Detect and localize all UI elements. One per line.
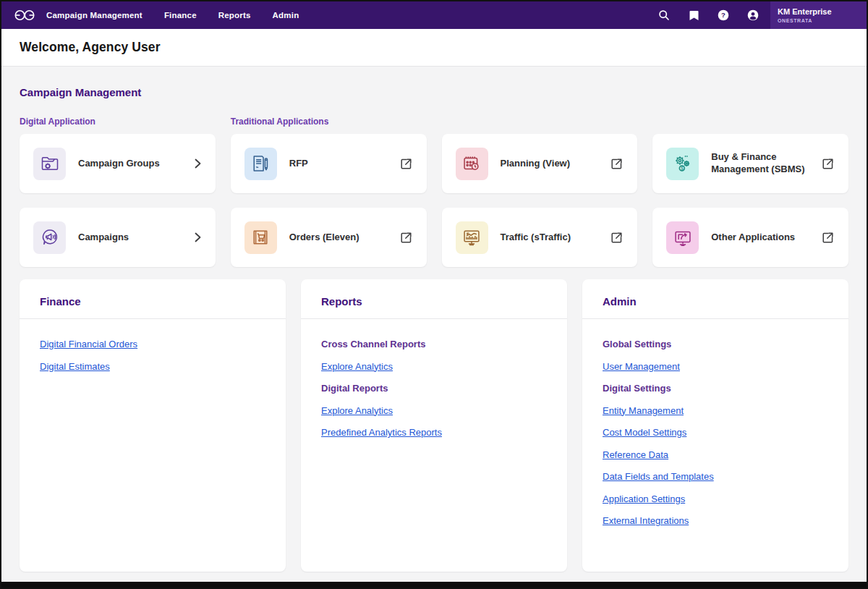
document-pen-icon [244,148,277,180]
link-text-user-management[interactable]: User Management [603,361,680,372]
app-card-rfp[interactable]: RFP [231,134,427,193]
app-card-campaign-groups[interactable]: Campaign Groups [20,134,216,193]
link-text-application-settings[interactable]: Application Settings [603,493,685,504]
section-title-campaign-management: Campaign Management [20,86,848,98]
app-card-label: Traffic (sTraffic) [501,232,611,244]
panel-title-finance: Finance [40,295,265,308]
chevron-right-icon[interactable] [195,158,201,169]
primary-nav: Campaign ManagementFinanceReportsAdmin [46,11,299,20]
nav-actions: ? [658,9,759,21]
search-icon[interactable] [658,9,670,21]
window-bottom-edge [1,582,867,588]
panel-body-reports: Cross Channel ReportsExplore AnalyticsDi… [301,319,567,467]
app-card-traffic-straffic[interactable]: Traffic (sTraffic) [442,208,638,267]
external-link-icon[interactable] [822,158,834,170]
external-link-icon[interactable] [610,232,623,244]
subheading-cross-channel-reports: Cross Channel Reports [321,338,547,351]
monitor-arrow-icon [666,221,699,254]
gears-dollar-icon: $ [666,148,699,180]
app-card-label: RFP [289,158,400,170]
link-text-digital-financial-orders[interactable]: Digital Financial Orders [40,339,137,349]
help-icon[interactable]: ? [718,9,729,21]
bookmark-icon[interactable] [688,9,699,21]
app-window: Campaign ManagementFinanceReportsAdmin ?… [0,0,868,589]
app-card-campaigns[interactable]: Campaigns [20,208,216,267]
svg-text:?: ? [721,11,726,19]
svg-text:$: $ [681,166,684,171]
app-card-orders-eleven[interactable]: Orders (Eleven) [231,208,427,267]
subheading-digital-reports: Digital Reports [321,382,547,395]
subheading-global-settings: Global Settings [603,338,828,351]
tenant-name: KM Enterprise [778,7,859,17]
app-card-label: Campaigns [78,232,195,244]
panel-header-finance: Finance [20,279,286,319]
folder-gear-icon [33,148,66,180]
link-digital-financial-orders: Digital Financial Orders [40,338,265,351]
account-icon[interactable] [747,9,759,21]
panel-finance: FinanceDigital Financial OrdersDigital E… [20,279,286,572]
app-card-label: Planning (View) [501,158,611,170]
tenant-switcher[interactable]: KM Enterprise ONESTRATA [770,1,867,29]
application-cards-grid: Campaign GroupsRFPPlanning (View)$Buy & … [20,134,848,267]
link-predefined-analytics-reports: Predefined Analytics Reports [321,426,547,439]
link-text-reference-data[interactable]: Reference Data [603,449,668,460]
link-reference-data: Reference Data [603,449,828,462]
megaphone-bubble-icon [33,221,66,254]
panel-header-admin: Admin [582,279,848,319]
panel-admin: AdminGlobal SettingsUser ManagementDigit… [582,279,848,572]
app-card-label: Other Applications [711,232,822,244]
panel-title-admin: Admin [603,295,828,308]
link-text-predefined-analytics-reports[interactable]: Predefined Analytics Reports [321,427,442,438]
panel-reports: ReportsCross Channel ReportsExplore Anal… [301,279,567,572]
mediaocean-logo[interactable] [10,9,39,22]
cart-frame-icon [244,221,277,254]
link-text-explore-analytics[interactable]: Explore Analytics [321,361,393,372]
app-card-label: Buy & Finance Management (SBMS) [711,151,822,176]
nav-item-reports[interactable]: Reports [218,11,251,20]
nav-item-campaign-management[interactable]: Campaign Management [46,11,142,20]
nav-item-finance[interactable]: Finance [164,11,197,20]
link-digital-estimates: Digital Estimates [40,360,265,373]
link-entity-management: Entity Management [603,404,828,418]
link-external-integrations: External Integrations [603,514,828,527]
link-text-digital-estimates[interactable]: Digital Estimates [40,361,110,372]
group-label-traditional: Traditional Applications [231,116,848,127]
app-card-planning-view[interactable]: Planning (View) [442,134,638,193]
link-explore-analytics: Explore Analytics [321,404,547,418]
top-navbar: Campaign ManagementFinanceReportsAdmin ?… [1,1,867,29]
main-content: Campaign Management Digital Application … [1,67,867,582]
external-link-icon[interactable] [400,232,412,244]
external-link-icon[interactable] [822,232,834,244]
app-card-other-applications[interactable]: Other Applications [652,208,848,267]
calendar-clock-icon [456,148,488,180]
panel-header-reports: Reports [301,279,567,319]
subheading-digital-settings: Digital Settings [603,382,828,395]
link-cost-model-settings: Cost Model Settings [603,426,828,439]
panel-body-finance: Digital Financial OrdersDigital Estimate… [20,319,286,401]
monitor-chart-icon [456,221,488,254]
panel-body-admin: Global SettingsUser ManagementDigital Se… [582,319,848,556]
link-text-explore-analytics[interactable]: Explore Analytics [321,405,393,416]
link-data-fields-and-templates: Data Fields and Templates [603,470,828,483]
welcome-bar: Welcome, Agency User [1,29,867,67]
external-link-icon[interactable] [400,158,412,170]
app-card-buy-finance-management-sbms[interactable]: $Buy & Finance Management (SBMS) [652,134,848,193]
link-application-settings: Application Settings [603,493,828,506]
link-text-cost-model-settings[interactable]: Cost Model Settings [603,427,686,438]
card-group-labels: Digital Application Traditional Applicat… [20,116,848,127]
link-user-management: User Management [603,360,828,373]
section-panels: FinanceDigital Financial OrdersDigital E… [20,279,848,572]
link-text-external-integrations[interactable]: External Integrations [603,515,689,526]
link-text-entity-management[interactable]: Entity Management [603,405,684,416]
panel-title-reports: Reports [321,295,547,308]
external-link-icon[interactable] [610,158,623,170]
nav-item-admin[interactable]: Admin [273,11,299,20]
link-explore-analytics: Explore Analytics [321,360,547,373]
link-text-data-fields-and-templates[interactable]: Data Fields and Templates [603,471,714,482]
chevron-right-icon[interactable] [195,232,201,242]
app-card-label: Orders (Eleven) [289,232,400,244]
page-title: Welcome, Agency User [20,40,161,55]
app-card-label: Campaign Groups [78,158,195,170]
tenant-subtitle: ONESTRATA [778,18,859,23]
group-label-digital: Digital Application [20,116,216,127]
